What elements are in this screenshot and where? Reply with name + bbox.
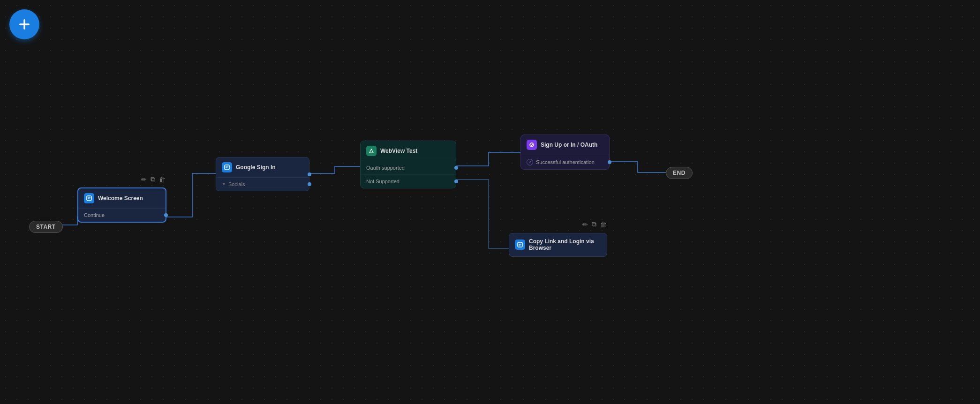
copylink-icon — [515, 239, 525, 250]
copy-icon[interactable]: ⧉ — [151, 175, 155, 183]
welcome-screen-toolbar: ✏ ⧉ 🗑 — [141, 175, 166, 183]
copylink-edit-icon[interactable]: ✏ — [582, 221, 588, 228]
svg-rect-5 — [225, 165, 229, 170]
socials-label: Socials — [228, 181, 245, 187]
webview-header: WebView Test — [361, 141, 456, 161]
socials-row[interactable]: ▼ Socials — [216, 178, 309, 191]
webview-oauth-port — [454, 166, 458, 170]
google-signin-out-port — [308, 172, 311, 176]
add-node-button[interactable] — [9, 9, 39, 39]
plus-icon — [17, 17, 32, 32]
auth-check-icon: ✓ — [527, 159, 533, 165]
copylink-toolbar: ✏ ⧉ 🗑 — [582, 220, 607, 228]
auth-label: Successful authentication — [536, 159, 595, 165]
svg-rect-2 — [87, 196, 91, 201]
webview-test-node[interactable]: WebView Test Oauth supported Not Support… — [360, 141, 456, 188]
oauth-title: Sign Up or In / OAuth — [541, 142, 597, 148]
oauth-node[interactable]: Sign Up or In / OAuth ✓ Successful authe… — [520, 135, 610, 170]
oauth-header: Sign Up or In / OAuth — [521, 135, 609, 155]
copylink-title: Copy Link and Login via Browser — [529, 238, 601, 251]
copylink-delete-icon[interactable]: 🗑 — [600, 221, 607, 228]
google-signin-title: Google Sign In — [236, 164, 276, 171]
welcome-screen-node[interactable]: ✏ ⧉ 🗑 Welcome Screen Continue — [77, 187, 166, 223]
oauth-auth-row[interactable]: ✓ Successful authentication — [521, 155, 609, 169]
welcome-screen-header: Welcome Screen — [78, 188, 166, 209]
welcome-screen-icon — [84, 193, 94, 203]
webview-title: WebView Test — [380, 148, 417, 154]
copylink-node[interactable]: ✏ ⧉ 🗑 Copy Link and Login via Browser — [509, 233, 607, 257]
google-signin-icon — [222, 162, 232, 172]
google-signin-header: Google Sign In — [216, 157, 309, 178]
webview-oauth-label: Oauth supported — [366, 165, 405, 171]
copylink-copy-icon[interactable]: ⧉ — [592, 220, 596, 228]
edit-icon[interactable]: ✏ — [141, 176, 147, 183]
welcome-continue-port — [164, 213, 168, 217]
svg-rect-9 — [518, 242, 522, 247]
start-terminal: START — [29, 221, 63, 233]
webview-oauth-row[interactable]: Oauth supported — [361, 161, 456, 175]
webview-notsupported-port — [454, 180, 458, 183]
oauth-auth-port — [608, 160, 611, 164]
webview-notsupported-label: Not Supported — [366, 179, 400, 184]
google-signin-node[interactable]: Google Sign In ▼ Socials — [216, 157, 309, 191]
delete-icon[interactable]: 🗑 — [159, 176, 166, 183]
welcome-screen-title: Welcome Screen — [98, 195, 143, 202]
copylink-header: Copy Link and Login via Browser — [509, 233, 607, 256]
oauth-icon — [527, 140, 537, 150]
welcome-continue-label: Continue — [84, 212, 105, 218]
webview-notsupported-row[interactable]: Not Supported — [361, 175, 456, 188]
end-terminal: END — [666, 167, 693, 179]
socials-chevron: ▼ — [222, 182, 226, 187]
webview-icon — [366, 146, 377, 156]
welcome-screen-continue-row[interactable]: Continue — [78, 209, 166, 222]
socials-port — [308, 182, 311, 186]
